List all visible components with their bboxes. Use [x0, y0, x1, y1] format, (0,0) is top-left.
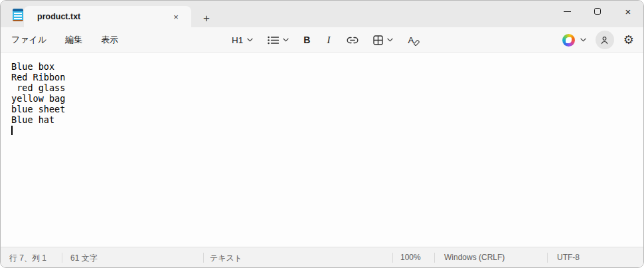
italic-icon: I — [325, 35, 332, 46]
formatting-toolbar: H1 B I — [228, 27, 422, 53]
status-line-ending: Windows (CRLF) — [444, 253, 505, 262]
close-button[interactable]: × — [613, 1, 643, 22]
editor-line: red glass — [11, 82, 643, 93]
editor-line: yellow bag — [11, 93, 643, 104]
status-document-type: テキスト — [210, 253, 242, 264]
editor-line — [11, 125, 643, 136]
clear-formatting-icon: A — [408, 35, 419, 45]
editor-line: blue sheet — [11, 104, 643, 114]
notepad-app-icon — [13, 9, 23, 21]
minimize-icon — [564, 11, 571, 12]
editor-line: Blue hat — [11, 114, 643, 125]
table-button[interactable] — [370, 33, 396, 48]
copilot-icon — [562, 34, 575, 47]
status-divider — [434, 253, 435, 263]
maximize-icon — [594, 8, 601, 15]
tab-close-icon[interactable]: × — [170, 11, 182, 23]
link-icon — [347, 37, 359, 44]
heading-style-button[interactable]: H1 — [228, 33, 256, 48]
window-controls: × — [552, 1, 643, 27]
bullet-list-icon — [268, 36, 279, 45]
person-icon — [600, 35, 609, 45]
text-cursor — [11, 126, 13, 135]
minimize-button[interactable] — [552, 1, 582, 22]
menu-edit[interactable]: 編集 — [65, 34, 82, 46]
chevron-down-icon — [580, 38, 586, 42]
heading-label: H1 — [232, 35, 243, 45]
editor-line: Blue box — [11, 61, 643, 72]
status-encoding: UTF-8 — [557, 253, 580, 262]
status-divider — [547, 253, 548, 263]
status-zoom-level[interactable]: 100% — [400, 253, 421, 262]
status-divider — [392, 253, 393, 263]
account-button[interactable] — [596, 31, 614, 49]
menu-toolbar-row: ファイル 編集 表示 H1 — [1, 27, 643, 53]
clear-formatting-button[interactable]: A — [404, 33, 422, 48]
table-icon — [373, 35, 383, 45]
toolbar-right: ⚙ — [562, 27, 634, 53]
list-style-button[interactable] — [264, 33, 292, 47]
titlebar: product.txt × + × — [1, 1, 643, 27]
status-divider — [203, 253, 204, 263]
chevron-down-icon — [387, 38, 393, 42]
status-cursor-position: 行 7、列 1 — [9, 253, 46, 264]
menu-file[interactable]: ファイル — [11, 34, 46, 46]
tab-title: product.txt — [37, 12, 80, 21]
copilot-button[interactable] — [562, 34, 586, 47]
status-char-count: 61 文字 — [70, 253, 98, 264]
editor-line: Red Ribbon — [11, 72, 643, 82]
bold-icon: B — [303, 35, 310, 45]
bold-button[interactable]: B — [300, 32, 313, 48]
chevron-down-icon — [247, 38, 253, 42]
italic-button[interactable]: I — [321, 32, 335, 49]
gear-icon: ⚙ — [623, 33, 634, 47]
settings-button[interactable]: ⚙ — [623, 34, 634, 46]
notepad-window: product.txt × + × ファイル 編集 表示 H1 — [0, 0, 644, 268]
menu-view[interactable]: 表示 — [101, 34, 118, 46]
chevron-down-icon — [283, 38, 289, 42]
link-button[interactable] — [343, 34, 362, 47]
menubar: ファイル 編集 表示 — [11, 27, 118, 53]
text-editor[interactable]: Blue box Red Ribbon red glass yellow bag… — [1, 53, 643, 248]
tab-product-txt[interactable]: product.txt × — [24, 6, 191, 27]
close-icon: × — [625, 7, 631, 17]
statusbar: 行 7、列 1 61 文字 テキスト 100% Windows (CRLF) U… — [1, 247, 643, 267]
maximize-button[interactable] — [582, 1, 613, 22]
new-tab-button[interactable]: + — [200, 12, 213, 25]
status-divider — [62, 253, 62, 263]
